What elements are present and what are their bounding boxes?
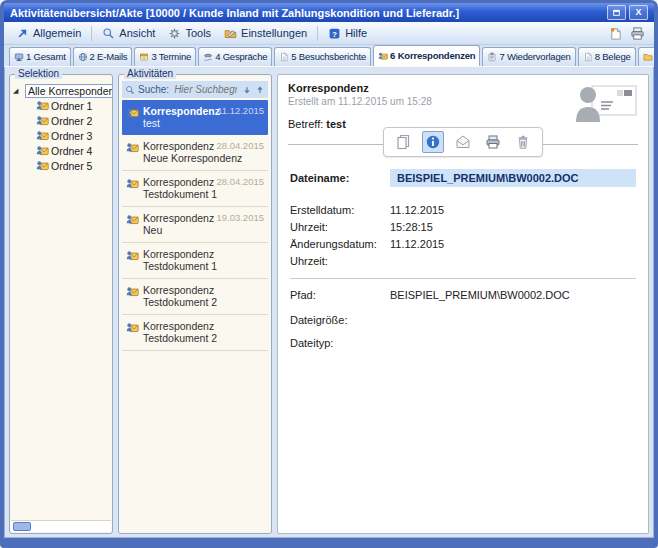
activity-list-item[interactable]: Korrespondenz test 11.12.2015 — [122, 100, 268, 135]
correspondence-icon — [36, 114, 49, 127]
activity-list-item[interactable]: Korrespondenz Testdokument 2 — [122, 315, 268, 351]
send-mail-button[interactable] — [452, 131, 474, 153]
activity-title: Korrespondenz — [143, 176, 212, 188]
restore-icon — [612, 8, 621, 17]
search-input[interactable] — [172, 83, 239, 96]
menu-label: Ansicht — [119, 27, 155, 39]
scrollbar-thumb[interactable] — [13, 522, 31, 531]
activity-list: Korrespondenz test 11.12.2015 Korrespond… — [122, 100, 268, 531]
tab-label: 5 Besuchsberichte — [291, 51, 366, 62]
tree-node-alle-korrespondenzen[interactable]: ◢ Alle Korrespondenzen — [13, 83, 110, 98]
activity-text: Korrespondenz Testdokument 1 — [143, 248, 260, 272]
correspondence-icon — [126, 285, 139, 298]
arrow-northeast-icon — [16, 27, 29, 40]
printer-icon — [630, 26, 645, 41]
selektion-panel: Selektion ◢ Alle Korrespondenzen Ordner … — [9, 74, 113, 534]
tab-korrespondenzen[interactable]: 6 Korrespondenzen — [373, 45, 480, 66]
monitor-icon — [14, 52, 24, 62]
field-row-uhrzeit: Uhrzeit: 15:28:15 — [290, 220, 636, 234]
tree-node-ordner-4[interactable]: Ordner 4 — [13, 143, 110, 158]
activity-list-item[interactable]: Korrespondenz Testdokument 1 28.04.2015 — [122, 171, 268, 207]
betreff-label: Betreff: — [288, 118, 323, 130]
activity-title: Korrespondenz — [143, 320, 260, 332]
tree-node-ordner-5[interactable]: Ordner 5 — [13, 158, 110, 173]
tree-node-label: Ordner 3 — [51, 130, 92, 142]
tab-gespraeche[interactable]: 4 Gespräche — [198, 47, 272, 66]
activity-text: Korrespondenz test — [143, 105, 213, 129]
detail-fields: Dateiname: BEISPIEL_PREMIUM\BW0002.DOC E… — [288, 171, 638, 350]
correspondence-icon — [36, 144, 49, 157]
activity-subtitle: Testdokument 2 — [143, 296, 260, 308]
tree-node-ordner-3[interactable]: Ordner 3 — [13, 128, 110, 143]
detail-toolbar — [383, 127, 543, 157]
menu-einstellungen[interactable]: Einstellungen — [218, 25, 313, 42]
tab-besuchsberichte[interactable]: 5 Besuchsberichte — [274, 47, 371, 66]
tab-emails[interactable]: 2 E-Mails — [73, 47, 133, 66]
field-row-dateigroesse: Dateigröße: — [290, 313, 636, 327]
activity-subtitle: test — [143, 117, 213, 129]
activity-list-item[interactable]: Korrespondenz Testdokument 2 — [122, 279, 268, 315]
activity-date: 28.04.2015 — [216, 176, 264, 200]
open-document-button[interactable] — [392, 131, 414, 153]
tab-projekte[interactable]: 9 Projekte — [638, 47, 654, 66]
correspondence-icon — [126, 106, 139, 119]
menu-allgemein[interactable]: Allgemein — [10, 25, 87, 42]
activity-date: 19.03.2015 — [216, 212, 264, 236]
print-button[interactable] — [627, 25, 648, 42]
aktivitaeten-panel-title: Aktivitäten — [124, 68, 176, 79]
menu-hilfe[interactable]: Hilfe — [322, 25, 373, 42]
title-bar: Aktivitätenübersicht/Akte [10000 / Kunde… — [4, 3, 654, 22]
app-window: Aktivitätenübersicht/Akte [10000 / Kunde… — [0, 0, 658, 548]
field-label: Uhrzeit: — [290, 220, 390, 234]
tab-wiedervorlagen[interactable]: 7 Wiedervorlagen — [482, 47, 575, 66]
menu-ansicht[interactable]: Ansicht — [96, 25, 161, 42]
tab-termine[interactable]: 3 Termine — [134, 47, 196, 66]
field-row-uhrzeit-2: Uhrzeit: — [290, 254, 636, 268]
activity-subtitle: Neu — [143, 224, 212, 236]
field-label: Dateiname: — [290, 171, 390, 185]
tab-label: 8 Belege — [595, 51, 631, 62]
activity-list-item[interactable]: Korrespondenz Neue Korrespondenz 28.04.2… — [122, 135, 268, 171]
field-label: Dateityp: — [290, 336, 390, 350]
activity-title: Korrespondenz — [143, 212, 212, 224]
menu-label: Einstellungen — [241, 27, 307, 39]
open-envelope-icon — [455, 134, 471, 150]
info-button[interactable] — [422, 131, 444, 153]
tab-label: 7 Wiedervorlagen — [499, 51, 570, 62]
field-label: Änderungsdatum: — [290, 237, 390, 251]
menu-label: Tools — [185, 27, 211, 39]
magnifier-icon — [102, 27, 115, 40]
aktivitaeten-panel: Aktivitäten Suche: Korrespondenz test 11… — [118, 74, 272, 534]
restore-button[interactable] — [607, 5, 626, 20]
tab-belege[interactable]: 8 Belege — [578, 47, 636, 66]
document-icon — [395, 134, 411, 150]
tree-node-ordner-1[interactable]: Ordner 1 — [13, 98, 110, 113]
menu-tools[interactable]: Tools — [162, 25, 217, 42]
activity-list-item[interactable]: Korrespondenz Neu 19.03.2015 — [122, 207, 268, 243]
tree-node-label: Alle Korrespondenzen — [25, 84, 112, 98]
selektion-panel-title: Selektion — [15, 68, 62, 79]
search-next-button[interactable] — [242, 85, 252, 95]
field-row-pfad: Pfad: BEISPIEL_PREMIUM\BW0002.DOC — [290, 288, 636, 302]
tab-label: 1 Gesamt — [26, 51, 66, 62]
print-document-button[interactable] — [482, 131, 504, 153]
close-button[interactable]: X — [629, 5, 648, 20]
activity-subtitle: Testdokument 1 — [143, 260, 260, 272]
tree-expand-icon[interactable]: ◢ — [13, 87, 21, 95]
activity-title: Korrespondenz — [143, 140, 212, 152]
correspondence-icon — [126, 249, 139, 262]
tree-node-label: Ordner 2 — [51, 115, 92, 127]
tree-node-ordner-2[interactable]: Ordner 2 — [13, 113, 110, 128]
tree-node-label: Ordner 1 — [51, 100, 92, 112]
activity-list-item[interactable]: Korrespondenz Testdokument 1 — [122, 243, 268, 279]
new-document-button[interactable] — [605, 25, 626, 42]
activity-text: Korrespondenz Testdokument 2 — [143, 284, 260, 308]
horizontal-scrollbar[interactable] — [11, 520, 111, 532]
settings-folder-icon — [224, 27, 237, 40]
menu-label: Allgemein — [33, 27, 81, 39]
field-row-dateityp: Dateityp: — [290, 336, 636, 350]
delete-button[interactable] — [512, 131, 534, 153]
tab-gesamt[interactable]: 1 Gesamt — [9, 47, 71, 66]
search-prev-button[interactable] — [255, 85, 265, 95]
main-content: Selektion ◢ Alle Korrespondenzen Ordner … — [4, 67, 654, 538]
